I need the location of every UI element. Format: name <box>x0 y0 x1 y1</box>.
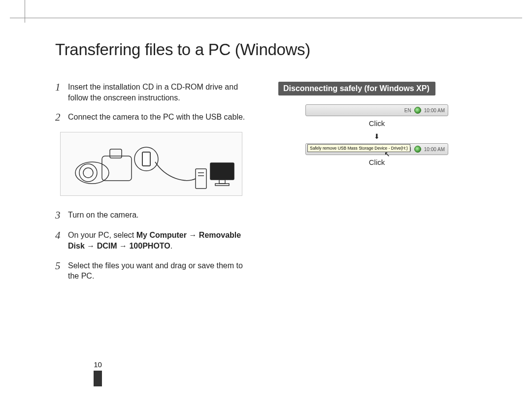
step-text: Connect the camera to the PC with the US… <box>68 112 255 123</box>
down-arrow-icon: ⬇ <box>278 132 475 140</box>
svg-point-1 <box>79 164 97 182</box>
page-number-bar <box>94 371 102 386</box>
svg-rect-11 <box>210 163 234 180</box>
page-number: 10 <box>94 360 102 369</box>
step4-suffix: . <box>170 242 172 250</box>
safely-remove-icon <box>414 146 421 153</box>
page-title: Transferring files to a PC (Windows) <box>55 40 310 59</box>
svg-rect-3 <box>102 156 132 181</box>
step-number: 1 <box>55 82 66 93</box>
step-number: 3 <box>55 210 66 221</box>
step-text: Select the files you want and drag or sa… <box>68 260 255 282</box>
taskbar-time: 10:00 AM <box>424 108 445 113</box>
svg-rect-8 <box>196 169 206 189</box>
step-text: On your PC, select My Computer → Removab… <box>68 230 255 251</box>
svg-rect-13 <box>215 184 229 186</box>
left-column: 1 Insert the installation CD in a CD-ROM… <box>55 82 255 290</box>
right-column: Disconnecting safely (for Windows XP) EN… <box>278 82 475 166</box>
taskbar-time: 10:00 AM <box>424 147 445 152</box>
svg-point-2 <box>83 168 93 178</box>
cursor-icon: ↖ <box>384 150 390 158</box>
taskbar-bar: EN 10:00 AM <box>305 104 448 116</box>
click-label-2: Click <box>278 158 475 166</box>
disconnect-heading: Disconnecting safely (for Windows XP) <box>278 82 435 95</box>
taskbar-illustration-2: Safely remove USB Mass Storage Device - … <box>278 143 475 166</box>
page-number-block: 10 <box>94 360 102 386</box>
camera-to-pc-illustration <box>60 132 242 196</box>
step-text: Turn on the camera. <box>68 210 255 221</box>
click-label-1: Click <box>278 119 475 127</box>
top-horizontal-rule <box>10 18 522 18</box>
taskbar-illustration-1: EN 10:00 AM Click <box>278 104 475 127</box>
top-vertical-rule <box>25 0 25 23</box>
step-3: 3 Turn on the camera. <box>55 210 255 221</box>
taskbar-lang: EN <box>404 108 411 113</box>
step-2: 2 Connect the camera to the PC with the … <box>55 112 255 123</box>
step-number: 4 <box>55 230 66 241</box>
step4-prefix: On your PC, select <box>68 231 136 239</box>
svg-rect-6 <box>142 152 150 166</box>
safe-remove-tooltip: Safely remove USB Mass Storage Device - … <box>307 144 410 152</box>
step-5: 5 Select the files you want and drag or … <box>55 260 255 282</box>
step-text: Insert the installation CD in a CD-ROM d… <box>68 82 255 103</box>
step-number: 5 <box>55 260 66 272</box>
safely-remove-icon <box>414 107 421 114</box>
step-1: 1 Insert the installation CD in a CD-ROM… <box>55 82 255 103</box>
svg-rect-4 <box>110 149 122 158</box>
svg-rect-12 <box>219 180 225 184</box>
step-4: 4 On your PC, select My Computer → Remov… <box>55 230 255 251</box>
step-number: 2 <box>55 112 66 123</box>
